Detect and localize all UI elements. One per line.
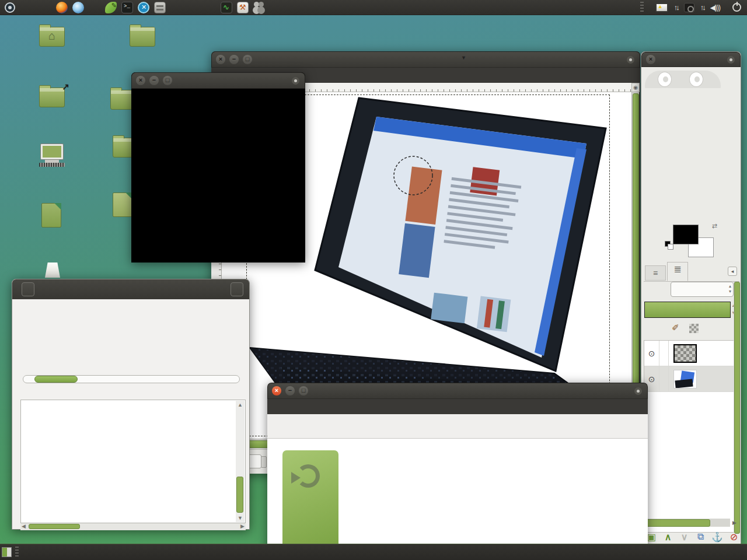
system-monitor-launcher-icon[interactable] — [221, 2, 232, 13]
system-monitor-window: × − □ — [267, 383, 648, 553]
sysmon-titlebar[interactable]: × − □ — [267, 383, 648, 399]
menu-system[interactable] — [42, 0, 54, 15]
desktop-icon-downloads[interactable]: ↗ — [18, 85, 86, 112]
cancel-button[interactable] — [22, 282, 34, 296]
link-cell[interactable] — [659, 341, 669, 366]
taskbar-handle[interactable] — [15, 547, 19, 558]
desktop-icon-computer[interactable] — [18, 144, 86, 170]
anchor-layer-button[interactable]: ⚓ — [711, 531, 723, 542]
gimp-toolbox-window: × ⇄ ≡ ≣ ◂ ▴▾ — [641, 51, 741, 545]
toolbox-titlebar[interactable]: × — [641, 52, 741, 67]
lock-pixels-icon[interactable]: ✐ — [672, 323, 679, 333]
maximize-icon[interactable]: □ — [163, 76, 172, 85]
scroll-down-arrow-icon[interactable]: ▼ — [238, 515, 243, 521]
file-manager-icon[interactable] — [154, 2, 166, 13]
maximize-icon[interactable]: □ — [299, 386, 308, 396]
tray-handle[interactable] — [640, 2, 644, 13]
color-area: ⇄ — [665, 225, 717, 263]
sysmon-tabstrip — [267, 415, 648, 439]
scroll-left-arrow-icon[interactable]: ◀ — [22, 523, 26, 529]
minimize-icon[interactable]: − — [229, 55, 239, 64]
window-menu-icon[interactable] — [727, 56, 735, 64]
ruler-position-marker: ▼ — [461, 55, 466, 61]
mate-badge — [282, 450, 338, 553]
foreground-color-swatch[interactable] — [673, 225, 699, 244]
desktop-icon-supertux[interactable] — [108, 24, 177, 51]
menu-places[interactable] — [30, 0, 42, 15]
gimp-titlebar[interactable]: × − □ — [211, 51, 640, 68]
minimize-icon[interactable]: − — [149, 76, 159, 85]
layer-row[interactable]: ⊙ — [644, 366, 734, 392]
layers-list: ⊙ ⊙ — [644, 340, 735, 533]
menu-applications[interactable] — [19, 0, 30, 15]
tweak-tool-icon[interactable] — [237, 2, 249, 13]
dock-vertical-scrollbar[interactable] — [734, 282, 739, 533]
progress-fill — [34, 376, 78, 383]
firefox-icon[interactable] — [56, 2, 68, 13]
backup-dialog: ▲ ▼ ◀ ▶ — [12, 279, 250, 530]
arctic-fox-icon[interactable] — [72, 2, 84, 13]
lock-row: ✐ — [645, 324, 738, 338]
layer-thumbnail — [673, 344, 697, 363]
system-tray: ↑↓ ↑↓ ◀))) — [638, 2, 747, 13]
maximize-icon[interactable]: □ — [243, 55, 252, 64]
close-icon[interactable]: × — [136, 76, 145, 85]
shortcut-arrow-icon: ↗ — [62, 82, 69, 92]
lower-layer-button[interactable]: ∨ — [679, 531, 690, 542]
collapse-arrow-icon[interactable]: ◂ — [728, 267, 737, 276]
opacity-slider[interactable] — [644, 302, 731, 318]
close-icon[interactable]: × — [216, 55, 225, 64]
spinner-icon[interactable]: ▴▾ — [729, 284, 731, 294]
shutdown-icon[interactable] — [732, 3, 741, 12]
display-warning-icon[interactable] — [655, 3, 668, 12]
network-updown-icon[interactable]: ↑↓ — [700, 3, 704, 12]
backup-headerbar[interactable] — [12, 279, 249, 299]
resume-later-button[interactable] — [231, 282, 243, 296]
zoom-follow-icon[interactable]: ◉ — [631, 83, 640, 92]
volume-icon[interactable]: ◀))) — [710, 4, 720, 12]
wilber-header — [641, 67, 741, 88]
scroll-right-arrow-icon[interactable]: ▶ — [240, 523, 245, 529]
desktop-icon-home[interactable]: ⌂ — [18, 24, 86, 51]
layers-horizontal-scrollbar[interactable] — [644, 519, 730, 527]
window-menu-icon[interactable] — [634, 387, 642, 395]
visibility-eye-icon[interactable]: ⊙ — [644, 341, 659, 366]
default-colors-icon[interactable] — [665, 241, 671, 247]
minimize-icon[interactable]: − — [285, 386, 295, 396]
network-updown-icon[interactable]: ↑↓ — [674, 3, 678, 12]
mate-menu-icon[interactable] — [5, 2, 15, 13]
tab-tool-options[interactable]: ≡ — [645, 265, 666, 281]
window-menu-icon[interactable] — [292, 77, 299, 85]
close-icon[interactable]: × — [272, 386, 281, 396]
bluefish-icon[interactable] — [105, 2, 117, 13]
glxgears-titlebar[interactable]: × − □ — [131, 72, 305, 89]
layer-mode-row: ▴▾ — [645, 284, 738, 300]
window-menu-icon[interactable] — [627, 56, 634, 64]
backup-log[interactable]: ▲ ▼ — [20, 400, 246, 523]
tab-layers[interactable]: ≣ — [667, 262, 688, 281]
layer-row[interactable]: ⊙ — [644, 341, 734, 366]
swap-colors-icon[interactable]: ⇄ — [712, 222, 717, 230]
link-cell[interactable] — [659, 366, 669, 391]
show-desktop-button[interactable] — [2, 547, 12, 557]
desktop-icon-glxgears[interactable] — [18, 203, 86, 239]
close-icon[interactable]: × — [646, 55, 655, 64]
delete-layer-button[interactable]: ⊘ — [728, 531, 739, 542]
mode-dropdown[interactable]: ▴▾ — [671, 282, 734, 297]
duplicate-layer-button[interactable]: ⧉ — [695, 531, 706, 542]
camera-tray-icon[interactable] — [684, 3, 694, 12]
home-icon: ⌂ — [37, 29, 67, 43]
dock-tabs: ≡ ≣ ◂ — [644, 261, 739, 282]
xephyr-icon[interactable] — [138, 2, 149, 13]
scroll-right-arrow-icon[interactable]: ▶ — [732, 520, 736, 526]
bottom-taskbar — [0, 544, 747, 560]
raise-layer-button[interactable]: ∧ — [662, 531, 673, 542]
lock-alpha-icon[interactable] — [689, 324, 699, 333]
top-panel: ↑↓ ↑↓ ◀))) — [0, 0, 747, 15]
wilber-eye-icon — [689, 72, 703, 87]
log-horizontal-scrollbar[interactable]: ◀ ▶ — [20, 523, 246, 530]
scroll-up-arrow-icon[interactable]: ▲ — [238, 402, 243, 408]
users-icon[interactable] — [253, 2, 265, 13]
terminal-icon[interactable] — [121, 2, 133, 13]
log-vertical-scrollbar[interactable]: ▲ ▼ — [236, 401, 245, 522]
